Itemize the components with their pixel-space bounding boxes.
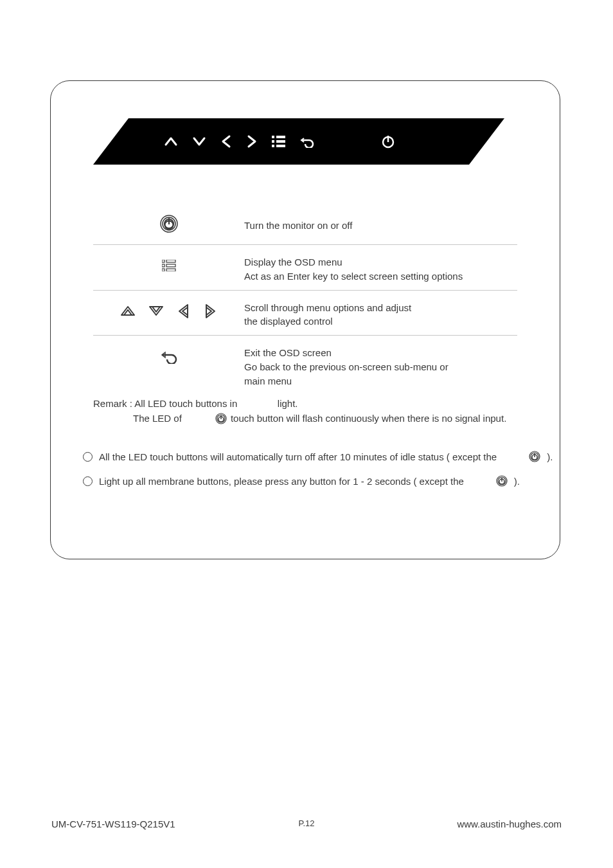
table-row: Turn the monitor on or off — [93, 203, 517, 245]
note-text: All the LED touch buttons will automatic… — [99, 451, 497, 462]
table-row: Display the OSD menu Act as an Enter key… — [93, 245, 517, 291]
bullet-icon — [83, 476, 93, 486]
row-desc: Turn the monitor on or off — [244, 210, 517, 233]
power-icon — [381, 134, 395, 149]
up-icon — [164, 136, 178, 147]
note-item: All the LED touch buttons will automatic… — [83, 451, 553, 462]
back-outline-icon — [160, 348, 178, 364]
note-text: Light up all membrane buttons, please pr… — [99, 476, 464, 487]
left-outline-icon — [176, 303, 191, 320]
back-icon — [300, 135, 315, 148]
bullet-icon — [83, 452, 93, 462]
table-row: Exit the OSD screen Go back to the previ… — [93, 336, 517, 394]
row-desc: Display the OSD menu Act as an Enter key… — [244, 251, 517, 284]
power-small-icon — [529, 451, 540, 462]
button-description-table: Turn the monitor on or off Display the O… — [93, 203, 517, 394]
table-row: Scroll through menu options and adjust t… — [93, 291, 517, 336]
note-tail: ). — [514, 476, 520, 487]
note-item: Light up all membrane buttons, please pr… — [83, 475, 553, 487]
row-desc: Scroll through menu options and adjust t… — [244, 297, 517, 329]
content-frame: Turn the monitor on or off Display the O… — [50, 80, 560, 559]
notes-list: All the LED touch buttons will automatic… — [83, 451, 553, 500]
remark-part: The LED of — [133, 411, 182, 426]
page-footer: UM-CV-751-WS119-Q215V1 P.12 www.austin-h… — [0, 818, 613, 829]
button-panel-graphic — [93, 118, 504, 165]
remark-part: Remark : All LED touch buttons in — [93, 398, 237, 409]
up-outline-icon — [120, 303, 136, 319]
page-number: P.12 — [298, 818, 314, 828]
power-small-icon — [215, 413, 227, 424]
down-icon — [192, 136, 206, 147]
remark-text: Remark : All LED touch buttons in light.… — [93, 396, 506, 426]
website-url: www.austin-hughes.com — [457, 818, 562, 829]
row-desc: Exit the OSD screen Go back to the previ… — [244, 342, 517, 388]
right-icon — [246, 134, 258, 149]
doc-id: UM-CV-751-WS119-Q215V1 — [51, 818, 175, 829]
remark-part: light. — [278, 398, 298, 409]
power-ring-icon — [160, 215, 178, 233]
right-outline-icon — [203, 303, 218, 320]
note-tail: ). — [547, 451, 553, 462]
remark-part: touch button will flash continuously whe… — [231, 411, 506, 426]
power-small-icon — [496, 475, 508, 487]
left-icon — [220, 134, 232, 149]
menu-icon — [272, 136, 286, 147]
menu-icon — [162, 260, 176, 271]
down-outline-icon — [148, 303, 164, 319]
